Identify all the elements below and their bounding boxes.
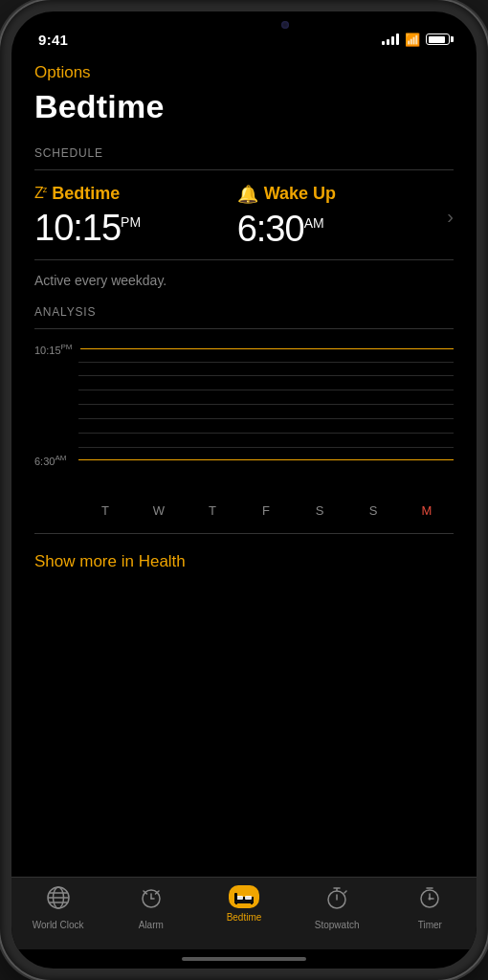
bedtime-time: 10:15PM	[34, 208, 237, 249]
wifi-icon: 📶	[405, 33, 420, 47]
bedtime-label: Bedtime	[52, 184, 120, 204]
wakeup-label: Wake Up	[264, 184, 336, 204]
chevron-right-icon: ›	[439, 206, 454, 228]
day-T1: T	[96, 503, 115, 518]
wakeup-item[interactable]: 🔔 Wake Up 6:30AM	[237, 184, 440, 250]
chart-grid	[78, 362, 454, 448]
options-button[interactable]: Options	[34, 63, 454, 82]
schedule-bottom-divider	[34, 259, 454, 260]
world-clock-tab-label: World Clock	[33, 920, 84, 930]
wakeup-time: 6:30AM	[237, 209, 440, 250]
tab-stopwatch[interactable]: Stopwatch	[306, 885, 367, 930]
alarm-icon	[139, 885, 164, 916]
day-S1: S	[310, 503, 329, 518]
analysis-section: ANALYSIS	[34, 305, 454, 518]
day-M: M	[417, 503, 436, 518]
bell-icon: 🔔	[237, 184, 258, 205]
chart-bedtime-label: 10:15PM	[34, 343, 73, 356]
schedule-divider	[34, 169, 454, 170]
day-F: F	[256, 503, 276, 518]
tab-bedtime[interactable]: Bedtime	[213, 885, 275, 923]
tab-timer[interactable]: Timer	[399, 885, 460, 930]
chart-bedtime-line: 10:15PM	[34, 343, 454, 356]
notch	[172, 11, 316, 40]
phone-frame: 9:41 📶 Options Bedtime SCHEDULE	[0, 0, 488, 980]
analysis-divider	[34, 328, 454, 329]
svg-rect-14	[236, 896, 243, 900]
svg-point-28	[429, 898, 432, 901]
status-time: 9:41	[38, 32, 68, 48]
stopwatch-icon	[324, 885, 349, 916]
chart-wakeup-line: 6:30AM	[34, 454, 454, 467]
phone-screen: 9:41 📶 Options Bedtime SCHEDULE	[11, 11, 477, 969]
app-content: Options Bedtime SCHEDULE Zz Bedtime 10:1…	[11, 54, 477, 877]
schedule-row: Zz Bedtime 10:15PM 🔔 Wake Up 6:30AM	[34, 184, 454, 259]
timer-tab-label: Timer	[418, 920, 442, 930]
days-row: T W T F S S M	[34, 503, 454, 518]
tab-world-clock[interactable]: World Clock	[28, 885, 89, 930]
tab-bar: World Clock Alarm	[11, 877, 477, 949]
show-health-link[interactable]: Show more in Health	[34, 552, 454, 571]
svg-line-24	[344, 891, 346, 893]
zzz-icon: Zz	[34, 185, 46, 202]
svg-rect-15	[245, 896, 252, 900]
health-divider	[34, 533, 454, 534]
stopwatch-tab-label: Stopwatch	[315, 920, 360, 930]
page-title: Bedtime	[34, 88, 454, 125]
analysis-section-label: ANALYSIS	[34, 305, 454, 319]
sleep-chart: 10:15PM 6:30AM	[34, 343, 454, 496]
day-W: W	[149, 503, 168, 518]
svg-rect-16	[234, 900, 254, 903]
tab-alarm[interactable]: Alarm	[121, 885, 182, 930]
globe-icon	[46, 885, 71, 916]
home-bar	[182, 957, 306, 961]
svg-rect-19	[234, 893, 237, 901]
home-indicator	[11, 949, 477, 969]
bedtime-tab-icon	[229, 885, 259, 908]
bedtime-tab-label: Bedtime	[227, 912, 262, 923]
signal-icon	[382, 33, 399, 45]
timer-icon	[417, 885, 442, 916]
alarm-tab-label: Alarm	[139, 920, 164, 930]
schedule-section-label: SCHEDULE	[34, 146, 454, 160]
active-text: Active every weekday.	[34, 273, 454, 288]
battery-icon	[426, 33, 450, 45]
day-S2: S	[364, 503, 383, 518]
day-T2: T	[203, 503, 222, 518]
svg-rect-17	[235, 902, 237, 904]
status-icons: 📶	[382, 33, 450, 47]
bedtime-item[interactable]: Zz Bedtime 10:15PM	[34, 184, 237, 249]
chart-wakeup-label: 6:30AM	[34, 454, 71, 467]
camera-dot	[281, 21, 289, 29]
svg-rect-18	[251, 902, 253, 904]
